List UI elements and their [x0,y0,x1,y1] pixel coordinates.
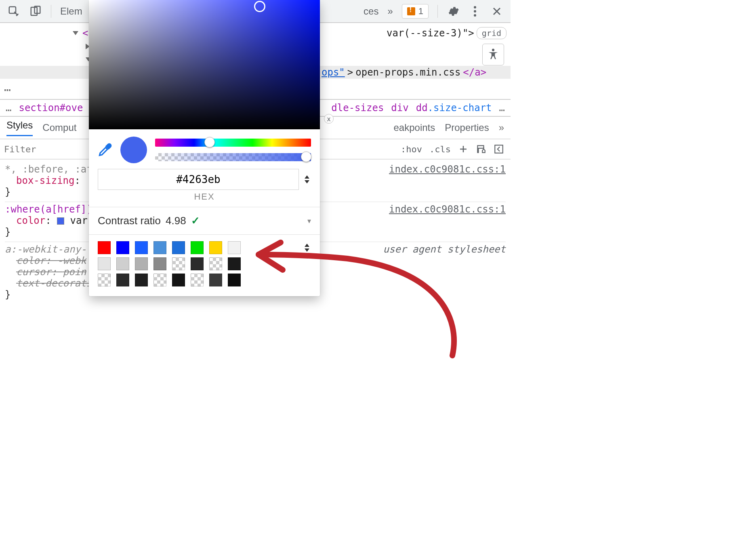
format-stepper[interactable] [303,175,311,183]
svg-rect-7 [495,145,503,153]
eyedropper-icon[interactable] [98,143,112,157]
rule-selector[interactable]: :where(a[href]) [5,204,92,215]
chevron-down-icon[interactable]: ▾ [307,217,311,225]
palette-swatch[interactable] [191,241,204,254]
panel-tab-sources-suffix[interactable]: ces [364,6,378,17]
palette-stepper[interactable] [303,244,311,252]
device-toggle-icon[interactable] [29,5,42,18]
breadcrumb-item[interactable]: dd.size-chart [416,102,492,114]
warning-icon [407,7,415,15]
breadcrumb-overflow-left[interactable]: … [6,102,11,114]
layout-badge-grid[interactable]: grid [477,27,507,39]
new-rule-plus-icon[interactable] [458,144,469,154]
palette-swatch[interactable] [153,241,166,254]
caret-up-icon[interactable] [305,175,309,179]
color-swatch-icon[interactable] [57,217,64,225]
anchor-text-content: open-props.min.css [355,67,460,78]
sv-cursor[interactable] [254,1,265,12]
alpha-thumb[interactable] [301,152,311,162]
contrast-ratio-row[interactable]: Contrast ratio 4.98 ✓ ▾ [89,207,320,234]
palette-swatch[interactable] [153,274,166,286]
hue-slider[interactable] [155,139,311,147]
palette-swatch[interactable] [98,257,111,270]
rule-origin-link[interactable]: index.c0c9081c.css:1 [389,204,506,215]
declaration-prop[interactable]: color [16,215,45,226]
hex-input[interactable] [98,169,299,190]
kebab-menu-icon[interactable] [469,5,481,18]
palette-swatch[interactable] [209,241,222,254]
declaration-prop: cursor [16,266,51,278]
subtab-styles[interactable]: Styles [6,120,33,136]
palette-swatch[interactable] [172,257,185,270]
current-color-swatch [120,137,147,163]
panel-tabs-overflow-icon[interactable]: » [387,6,393,17]
palette-swatch[interactable] [135,274,148,286]
disclosure-triangle-icon[interactable] [73,31,78,35]
svg-point-6 [492,49,494,51]
declaration-val: -webk [57,255,86,266]
attr-text: var(--size-3)"> [387,27,474,39]
palette-swatch[interactable] [135,241,148,254]
svg-point-4 [474,10,476,13]
subtab-computed[interactable]: Comput [42,122,76,133]
palette-swatch[interactable] [228,274,241,286]
close-icon[interactable] [490,5,503,18]
subtab-overflow-icon[interactable]: » [499,122,504,133]
palette-swatch[interactable] [191,257,204,270]
palette-swatch[interactable] [116,241,129,254]
palette-swatch[interactable] [209,257,222,270]
contrast-value: 4.98 [166,215,186,227]
settings-gear-icon[interactable] [447,5,460,18]
palette-swatch[interactable] [116,257,129,270]
palette-swatch[interactable] [153,257,166,270]
href-attr[interactable]: ops" [322,67,345,78]
cls-toggle[interactable]: .cls [429,144,451,154]
palette-swatch[interactable] [209,274,222,286]
svg-point-5 [474,14,476,17]
issues-badge[interactable]: 1 [402,4,429,19]
selected-chip-close-icon[interactable]: x [324,114,334,124]
rule-origin-link[interactable]: index.c0c9081c.css:1 [389,164,506,175]
tag-close: </a> [463,67,486,78]
hov-toggle[interactable]: :hov [401,144,422,154]
subtab-properties[interactable]: Properties [445,122,489,133]
issues-count: 1 [418,6,423,17]
rule-origin-ua: user agent stylesheet [383,244,506,255]
paint-brush-icon[interactable] [476,144,486,154]
color-picker-popover: HEX Contrast ratio 4.98 ✓ ▾ [89,0,320,296]
caret-down-icon[interactable] [305,180,309,183]
declaration-prop[interactable]: box-sizing [16,175,75,186]
panel-tab-elements[interactable]: Elem [60,6,82,17]
accessibility-button[interactable] [482,44,504,65]
palette-swatch[interactable] [228,257,241,270]
hue-thumb[interactable] [204,137,215,147]
format-label: HEX [89,192,320,207]
palette-swatch[interactable] [228,241,241,254]
inspect-element-icon[interactable] [7,5,20,18]
palette-swatches [89,235,320,296]
rule-selector[interactable]: *, :before, :af [5,164,92,175]
svg-point-3 [474,6,476,8]
tree-gutter-ellipsis: ⋯ [4,83,12,97]
styles-toolbar: :hov .cls [394,144,511,154]
breadcrumb-overflow-right[interactable]: … [499,102,505,114]
declaration-val[interactable]: var [70,215,88,226]
contrast-label: Contrast ratio [98,215,161,227]
breadcrumb-item[interactable]: div [391,102,408,114]
check-icon: ✓ [191,215,200,227]
palette-swatch[interactable] [98,274,111,286]
breadcrumb-item[interactable]: dle-sizes [331,102,384,114]
saturation-value-field[interactable] [89,0,320,129]
palette-swatch[interactable] [172,241,185,254]
computed-panel-toggle-icon[interactable] [494,144,504,154]
palette-swatch[interactable] [98,241,111,254]
breadcrumb-item[interactable]: section#ove [19,102,83,114]
alpha-slider[interactable] [155,153,311,161]
palette-swatch[interactable] [116,274,129,286]
anchor-text: > [347,67,353,78]
palette-swatch[interactable] [191,274,204,286]
palette-swatch[interactable] [135,257,148,270]
subtab-dom-breakpoints[interactable]: eakpoints [394,122,435,133]
palette-swatch[interactable] [172,274,185,286]
declaration-prop: color [16,255,45,266]
